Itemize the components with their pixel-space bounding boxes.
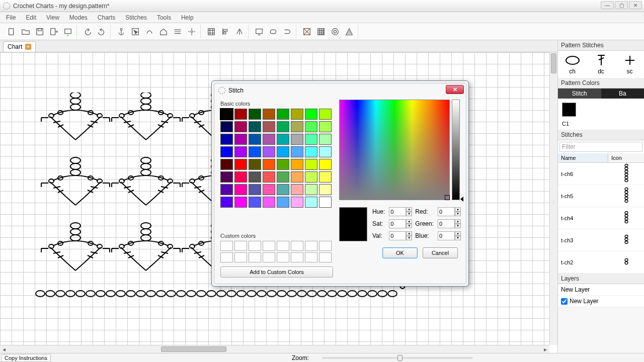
- val-input[interactable]: [389, 231, 406, 240]
- tab-chart[interactable]: Chart ✕: [3, 41, 36, 52]
- export-icon[interactable]: [47, 25, 60, 38]
- basic-color-swatch[interactable]: [249, 159, 261, 170]
- basic-color-swatch[interactable]: [291, 134, 303, 145]
- basic-color-swatch[interactable]: [263, 109, 275, 120]
- custom-color-slot[interactable]: [291, 241, 303, 251]
- layer-visibility-checkbox[interactable]: [561, 298, 568, 305]
- basic-color-swatch[interactable]: [305, 146, 317, 157]
- basic-color-swatch[interactable]: [220, 171, 233, 183]
- basic-color-swatch[interactable]: [305, 109, 317, 120]
- basic-color-swatch[interactable]: [220, 146, 233, 157]
- basic-color-swatch[interactable]: [249, 109, 261, 120]
- scrollbar-grip-icon[interactable]: ⋮: [550, 199, 557, 207]
- basic-color-swatch[interactable]: [220, 134, 233, 145]
- stitch-list-row[interactable]: t-ch4: [558, 207, 644, 229]
- save-icon[interactable]: [33, 25, 46, 38]
- tool-grid2-icon[interactable]: [314, 25, 328, 38]
- hue-input[interactable]: [389, 207, 406, 216]
- basic-color-swatch[interactable]: [220, 109, 233, 120]
- tool-gear-icon[interactable]: [329, 25, 342, 38]
- basic-color-swatch[interactable]: [277, 146, 289, 157]
- stitch-list-row[interactable]: t-ch3: [558, 229, 644, 251]
- custom-color-slot[interactable]: [305, 252, 317, 262]
- basic-color-swatch[interactable]: [234, 197, 247, 208]
- color-tab-stitch[interactable]: Stitch: [558, 88, 601, 99]
- new-icon[interactable]: [5, 25, 18, 38]
- basic-color-swatch[interactable]: [263, 146, 275, 157]
- basic-color-swatch[interactable]: [234, 134, 247, 145]
- tool-triangle-icon[interactable]: [343, 25, 356, 38]
- spin-down-icon[interactable]: ▼: [455, 212, 461, 216]
- basic-color-swatch[interactable]: [220, 121, 233, 132]
- basic-color-swatch[interactable]: [305, 134, 317, 145]
- custom-color-slot[interactable]: [305, 241, 317, 251]
- basic-color-swatch[interactable]: [277, 159, 289, 170]
- basic-color-swatch[interactable]: [277, 121, 289, 132]
- copy-instructions-button[interactable]: Copy Instructions: [1, 354, 51, 362]
- custom-color-slot[interactable]: [234, 252, 247, 262]
- custom-color-slot[interactable]: [263, 241, 275, 251]
- stitch-ch[interactable]: ch: [564, 54, 581, 75]
- add-stitch-icon[interactable]: [61, 25, 74, 38]
- green-input[interactable]: [438, 219, 455, 228]
- scroll-left-icon[interactable]: ◂: [0, 345, 8, 353]
- spin-up-icon[interactable]: ▲: [406, 219, 412, 224]
- basic-color-swatch[interactable]: [234, 146, 247, 157]
- basic-color-swatch[interactable]: [277, 184, 289, 195]
- tool-draw-icon[interactable]: [143, 25, 156, 38]
- tool-alignleft-icon[interactable]: [219, 25, 232, 38]
- basic-color-swatch[interactable]: [277, 197, 289, 208]
- basic-color-swatch[interactable]: [249, 171, 261, 183]
- spin-down-icon[interactable]: ▼: [455, 236, 461, 240]
- menu-edit[interactable]: Edit: [22, 13, 40, 22]
- basic-color-swatch[interactable]: [249, 197, 261, 208]
- basic-color-swatch[interactable]: [234, 159, 247, 170]
- basic-color-swatch[interactable]: [291, 184, 303, 195]
- sat-input[interactable]: [389, 219, 406, 228]
- tab-close-icon[interactable]: ✕: [25, 44, 31, 50]
- basic-color-swatch[interactable]: [305, 171, 317, 183]
- vertical-scrollbar[interactable]: ⋮: [549, 52, 557, 345]
- tool-shape1-icon[interactable]: [267, 25, 280, 38]
- basic-color-swatch[interactable]: [263, 197, 275, 208]
- custom-color-slot[interactable]: [220, 241, 233, 251]
- custom-color-slot[interactable]: [291, 252, 303, 262]
- undo-icon[interactable]: [81, 25, 94, 38]
- basic-color-swatch[interactable]: [263, 134, 275, 145]
- basic-color-swatch[interactable]: [291, 146, 303, 157]
- basic-color-swatch[interactable]: [305, 121, 317, 132]
- red-input[interactable]: [438, 207, 455, 216]
- value-strip[interactable]: [452, 100, 460, 200]
- custom-color-slot[interactable]: [277, 241, 289, 251]
- stitch-list-row[interactable]: t-ch6: [558, 163, 644, 185]
- basic-color-swatch[interactable]: [319, 159, 332, 170]
- menu-help[interactable]: Help: [177, 13, 198, 22]
- basic-color-swatch[interactable]: [263, 121, 275, 132]
- open-icon[interactable]: [19, 25, 32, 38]
- basic-color-swatch[interactable]: [305, 197, 317, 208]
- tool-shape2-icon[interactable]: [281, 25, 294, 38]
- spin-up-icon[interactable]: ▲: [455, 219, 461, 224]
- dialog-titlebar[interactable]: Stitch ✕: [214, 83, 466, 98]
- basic-color-swatch[interactable]: [319, 109, 332, 120]
- basic-color-swatch[interactable]: [305, 159, 317, 170]
- basic-color-swatch[interactable]: [234, 121, 247, 132]
- scroll-right-icon[interactable]: ▸: [541, 345, 549, 353]
- basic-color-swatch[interactable]: [277, 109, 289, 120]
- basic-color-swatch[interactable]: [277, 171, 289, 183]
- custom-color-slot[interactable]: [319, 241, 332, 251]
- menu-view[interactable]: View: [42, 13, 63, 22]
- basic-color-swatch[interactable]: [249, 134, 261, 145]
- custom-color-slot[interactable]: [220, 252, 233, 262]
- custom-color-slot[interactable]: [249, 241, 261, 251]
- spin-down-icon[interactable]: ▼: [406, 212, 412, 216]
- hue-sat-field[interactable]: [339, 100, 450, 200]
- tool-select-icon[interactable]: [129, 25, 142, 38]
- spin-up-icon[interactable]: ▲: [455, 207, 461, 212]
- basic-color-swatch[interactable]: [291, 121, 303, 132]
- basic-color-swatch[interactable]: [249, 184, 261, 195]
- custom-color-slot[interactable]: [319, 252, 332, 262]
- basic-color-swatch[interactable]: [319, 121, 332, 132]
- value-pointer-icon[interactable]: [460, 197, 463, 202]
- menu-tools[interactable]: Tools: [153, 13, 175, 22]
